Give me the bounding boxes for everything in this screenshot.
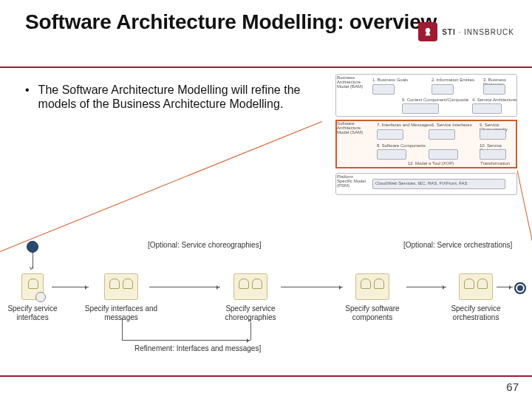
workflow-end-icon [514,282,526,294]
diagram-b8: 8. Software Components [377,143,426,148]
workflow-start-icon [27,241,38,253]
callout-line-left [0,121,322,252]
arrow-right-icon [281,287,343,287]
main-bullet: • The Software Architecture Modelling wi… [25,83,306,111]
diagram-b6: 6. Service Interfaces [432,123,472,127]
diagram-b12: Transformation [480,161,510,166]
workflow-step-5: Specify service orchestrations [436,304,516,321]
logo-suffix: INNSBRUCK [464,28,514,36]
page-number: 67 [506,381,519,393]
arrow-right-icon [149,287,220,287]
diagram-b5: 5. Context Component/Composite [402,98,468,102]
diagram-b7: 7. Interfaces and Messages [377,123,432,127]
title-rule [0,66,532,68]
arrow-down-icon [33,253,33,269]
diagram-b2: 2. Information Entities [432,78,474,82]
activity-icon [459,273,493,300]
logo: STI · INNSBRUCK [418,22,514,41]
logo-text: STI · INNSBRUCK [442,28,514,36]
logo-mark-icon [418,22,437,41]
branch-marker: v [30,265,33,271]
workflow-step-1: Specify service interfaces [0,304,72,321]
workflow-step-4: Specify software components [332,304,412,321]
arrow-down-icon [122,318,123,340]
diagram-b11: 12. Model a Tool (XOP) [408,161,454,166]
diagram-b1: 1. Business Goals [372,78,408,82]
arrow-right-icon [122,340,250,341]
workflow-note-bottom: Refinement: Interfaces and messages] [134,344,261,352]
bullet-marker: • [25,83,30,111]
diagram-group1-label: Business Architecture Model (BAM) [337,75,366,89]
workflow-note-right: [Optional: Service orchestrations] [403,241,512,249]
footer-rule [0,375,532,377]
arrow-right-icon [497,287,513,287]
activity-icon [233,273,267,300]
diagram-b4: 4. Service Architecture [472,98,516,102]
arrow-right-icon [52,287,89,287]
workflow-diagram: v [Optional: Service choreographies] [Op… [0,241,532,359]
logo-name: STI [442,28,456,36]
workflow-note-left: [Optional: Service choreographies] [148,241,261,249]
activity-icon [21,273,44,300]
workflow-step-2: Specify interfaces and messages [81,304,161,321]
diagram-psm: Cloud/Web Services, IEC, RAS, FIXFront, … [375,181,468,185]
arrow-right-icon [406,287,446,287]
diagram-group2-label: Software Architecture Model (SAM) [337,121,366,134]
bullet-text: The Software Architecture Modelling will… [38,83,306,111]
activity-icon [104,273,138,300]
activity-icon [355,273,389,300]
arrow-up-icon [250,322,251,340]
diagram-group3-label: Platform Specific Model (PSM) [337,174,366,188]
architecture-diagram: Business Architecture Model (BAM) 1. Bus… [335,74,519,198]
